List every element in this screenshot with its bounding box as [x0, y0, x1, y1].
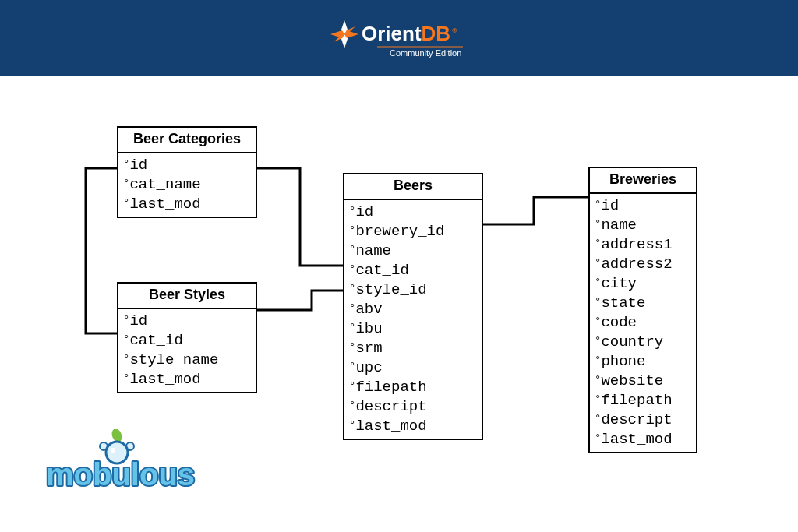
entity-title: Beer Styles — [118, 284, 256, 309]
field: phone — [595, 351, 691, 371]
entity-title: Beers — [344, 174, 482, 200]
svg-text:Community Edition: Community Edition — [390, 48, 461, 58]
field: last_mod — [123, 369, 251, 389]
field: filepath — [349, 377, 477, 396]
orientdb-logo: OrientDB® Community Edition — [329, 12, 469, 64]
svg-point-13 — [111, 448, 115, 453]
mobulous-wordmark: mobulous — [46, 457, 195, 491]
field: city — [595, 273, 691, 293]
field: last_mod — [349, 416, 477, 435]
entity-fields: id name address1 address2 city state cod… — [590, 194, 696, 452]
app-header: OrientDB® Community Edition — [0, 0, 798, 76]
field: descript — [349, 396, 477, 416]
field: brewery_id — [349, 221, 477, 241]
er-diagram: Beer Categories id cat_name last_mod Bee… — [0, 76, 798, 532]
entity-beer-categories: Beer Categories id cat_name last_mod — [117, 126, 257, 218]
field: abv — [349, 299, 477, 319]
svg-marker-5 — [330, 30, 344, 38]
entity-beers: Beers id brewery_id name cat_id style_id… — [343, 173, 483, 440]
field: cat_id — [123, 330, 251, 350]
field: srm — [349, 338, 477, 358]
field: country — [595, 332, 691, 351]
field: name — [595, 215, 691, 234]
field: cat_name — [123, 174, 251, 194]
entity-beer-styles: Beer Styles id cat_id style_name last_mo… — [117, 282, 257, 393]
field: last_mod — [595, 429, 691, 449]
entity-fields: id cat_name last_mod — [118, 153, 256, 217]
field: ibu — [349, 319, 477, 338]
svg-text:OrientDB®: OrientDB® — [362, 22, 457, 45]
field: descript — [595, 410, 691, 429]
mobulous-logo-icon: mobulous — [43, 429, 207, 499]
field: style_id — [349, 280, 477, 299]
entity-title: Beer Categories — [118, 128, 256, 153]
field: code — [595, 312, 691, 332]
field: upc — [349, 358, 477, 377]
svg-marker-4 — [344, 30, 358, 38]
field: address1 — [595, 234, 691, 254]
field: id — [595, 196, 691, 215]
field: id — [123, 311, 251, 330]
orientdb-logo-icon: OrientDB® Community Edition — [329, 12, 469, 64]
field: name — [349, 241, 477, 260]
field: website — [595, 371, 691, 390]
field: filepath — [595, 390, 691, 410]
field: id — [349, 202, 477, 221]
mobulous-logo: mobulous — [43, 429, 207, 499]
field: last_mod — [123, 194, 251, 213]
entity-fields: id cat_id style_name last_mod — [118, 309, 256, 392]
field: state — [595, 293, 691, 312]
entity-breweries: Breweries id name address1 address2 city… — [588, 167, 697, 453]
field: style_name — [123, 350, 251, 369]
field: cat_id — [349, 260, 477, 280]
field: id — [123, 155, 251, 174]
entity-fields: id brewery_id name cat_id style_id abv i… — [344, 200, 482, 439]
field: address2 — [595, 254, 691, 273]
entity-title: Breweries — [590, 168, 696, 194]
